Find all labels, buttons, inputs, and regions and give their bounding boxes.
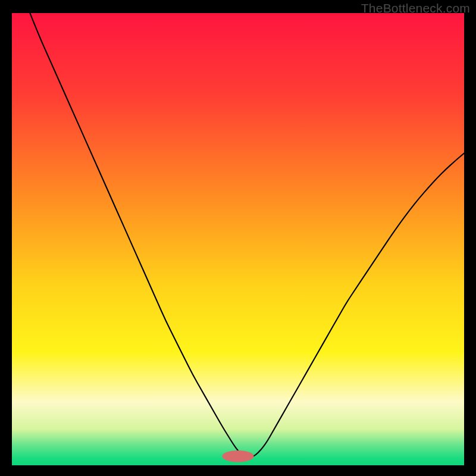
watermark-text: TheBottleneck.com [361, 1, 470, 15]
chart-frame: TheBottleneck.com [0, 0, 476, 476]
gradient-background [12, 13, 464, 465]
chart-svg [12, 13, 464, 465]
chart-plot [12, 13, 464, 465]
optimum-marker [222, 450, 253, 462]
